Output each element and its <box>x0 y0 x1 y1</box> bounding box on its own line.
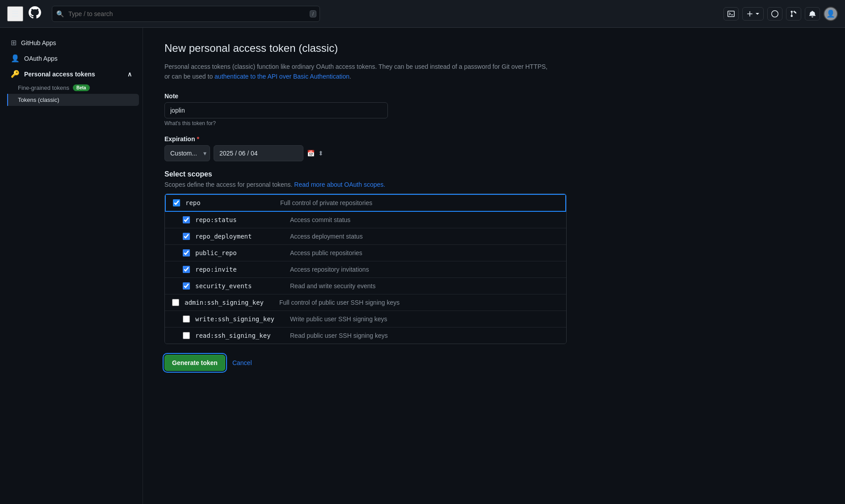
cancel-button[interactable]: Cancel <box>232 359 252 366</box>
pull-request-button[interactable] <box>786 7 801 21</box>
expiration-label: Expiration* <box>164 135 549 143</box>
sidebar-item-oauth-apps[interactable]: 👤 OAuth Apps <box>4 50 139 66</box>
scope-name-repo: repo <box>185 199 275 206</box>
sidebar-item-tokens-classic[interactable]: Tokens (classic) <box>7 94 139 106</box>
scope-name-repo-status: repo:status <box>195 216 285 223</box>
scope-row-repo-invite: repo:invite Access repository invitation… <box>165 261 566 278</box>
expiration-select-wrap: Custom... ▾ <box>164 145 210 161</box>
search-kbd: / <box>310 10 316 17</box>
scope-row-write-ssh: write:ssh_signing_key Write public user … <box>165 311 566 328</box>
note-hint: What's this token for? <box>164 120 549 126</box>
search-input[interactable] <box>52 6 320 22</box>
scope-desc-repo: Full control of private repositories <box>280 199 372 206</box>
scope-desc-security-events: Read and write security events <box>290 282 375 290</box>
scope-checkbox-repo-deployment[interactable] <box>183 233 190 240</box>
note-input[interactable] <box>164 102 388 118</box>
scopes-title: Select scopes <box>164 170 567 178</box>
scope-name-read-ssh: read:ssh_signing_key <box>195 332 285 339</box>
sidebar-item-github-apps[interactable]: ⊞ GitHub Apps <box>4 35 139 50</box>
required-star: * <box>197 135 199 143</box>
apps-icon: ⊞ <box>11 38 17 47</box>
scopes-description: Scopes define the access for personal to… <box>164 181 567 188</box>
sidebar-personal-access-tokens-header[interactable]: 🔑 Personal access tokens ∧ <box>4 66 139 82</box>
scope-checkbox-repo[interactable] <box>173 199 180 206</box>
expiration-group: Expiration* Custom... ▾ 📅 ⬍ <box>164 135 549 161</box>
scope-desc-write-ssh: Write public user SSH signing keys <box>290 315 387 323</box>
main-layout: ⊞ GitHub Apps 👤 OAuth Apps 🔑 Personal ac… <box>0 28 845 504</box>
sidebar-tokens-children: Fine-grained tokens Beta Tokens (classic… <box>7 82 143 106</box>
sidebar-item-fine-grained-tokens[interactable]: Fine-grained tokens Beta <box>11 82 139 94</box>
search-bar: 🔍 / <box>52 6 320 22</box>
scope-checkbox-read-ssh[interactable] <box>183 332 190 339</box>
page-title: New personal access token (classic) <box>164 42 824 55</box>
key-icon: 🔑 <box>11 70 20 78</box>
date-arrows-icon: ⬍ <box>318 150 324 157</box>
expiration-select[interactable]: Custom... <box>164 145 210 161</box>
scope-checkbox-security-events[interactable] <box>183 282 190 290</box>
scope-row-public-repo: public_repo Access public repositories <box>165 245 566 261</box>
scope-desc-repo-status: Access commit status <box>290 216 350 223</box>
notifications-button[interactable] <box>805 7 820 21</box>
main-content: New personal access token (classic) Pers… <box>143 28 845 504</box>
scope-desc-repo-invite: Access repository invitations <box>290 266 369 273</box>
scope-name-repo-deployment: repo_deployment <box>195 233 285 240</box>
generate-token-button[interactable]: Generate token <box>164 355 225 371</box>
description: Personal access tokens (classic) functio… <box>164 62 549 82</box>
scope-row-admin-ssh: admin:ssh_signing_key Full control of pu… <box>165 294 566 311</box>
scope-name-public-repo: public_repo <box>195 249 285 256</box>
scope-row-repo: repo Full control of private repositorie… <box>165 194 566 212</box>
actions-row: Generate token Cancel <box>164 355 824 371</box>
calendar-icon: 📅 <box>307 150 315 157</box>
search-icon: 🔍 <box>56 10 64 17</box>
terminal-button[interactable] <box>723 7 739 21</box>
scope-desc-read-ssh: Read public user SSH signing keys <box>290 332 388 339</box>
scope-name-write-ssh: write:ssh_signing_key <box>195 315 285 323</box>
scope-name-security-events: security_events <box>195 282 285 290</box>
scope-desc-admin-ssh: Full control of public user SSH signing … <box>279 299 399 306</box>
scope-desc-repo-deployment: Access deployment status <box>290 233 363 240</box>
scope-checkbox-write-ssh[interactable] <box>183 315 190 323</box>
scope-checkbox-admin-ssh[interactable] <box>172 299 179 306</box>
note-label: Note <box>164 92 549 100</box>
topnav-actions: 👤 <box>723 7 838 21</box>
scope-checkbox-repo-invite[interactable] <box>183 266 190 273</box>
copilot-button[interactable] <box>767 7 782 21</box>
chevron-up-icon: ∧ <box>127 71 132 78</box>
scope-name-admin-ssh: admin:ssh_signing_key <box>185 299 274 306</box>
scope-row-read-ssh: read:ssh_signing_key Read public user SS… <box>165 328 566 344</box>
avatar[interactable]: 👤 <box>824 7 838 21</box>
new-button[interactable] <box>742 7 764 21</box>
hamburger-button[interactable]: ☰ <box>7 6 23 21</box>
topnav: ☰ 🔍 / <box>0 0 845 28</box>
scope-name-repo-invite: repo:invite <box>195 266 285 273</box>
scope-checkbox-public-repo[interactable] <box>183 249 190 256</box>
person-icon: 👤 <box>11 54 20 63</box>
oauth-scopes-link[interactable]: Read more about OAuth scopes. <box>294 181 385 188</box>
scopes-section: Select scopes Scopes define the access f… <box>164 170 567 344</box>
sidebar: ⊞ GitHub Apps 👤 OAuth Apps 🔑 Personal ac… <box>0 28 143 504</box>
scope-desc-public-repo: Access public repositories <box>290 249 362 256</box>
scope-row-repo-deployment: repo_deployment Access deployment status <box>165 228 566 245</box>
scopes-table: repo Full control of private repositorie… <box>164 193 567 344</box>
expiration-date-input[interactable] <box>214 145 303 161</box>
scope-row-security-events: security_events Read and write security … <box>165 278 566 294</box>
scope-row-repo-status: repo:status Access commit status <box>165 212 566 228</box>
expiration-row: Custom... ▾ 📅 ⬍ <box>164 145 549 161</box>
api-auth-link[interactable]: authenticate to the API over Basic Authe… <box>214 73 349 80</box>
scope-checkbox-repo-status[interactable] <box>183 216 190 223</box>
github-logo[interactable] <box>29 6 41 21</box>
note-group: Note What's this token for? <box>164 92 549 126</box>
beta-badge: Beta <box>73 84 90 91</box>
